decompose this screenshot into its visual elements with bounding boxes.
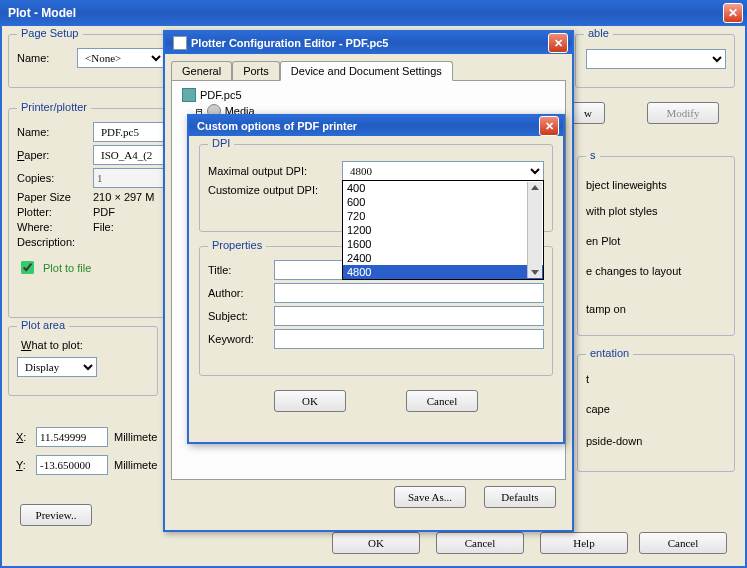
right-options-legend: s: [586, 149, 600, 161]
x-label: X:: [16, 431, 30, 443]
right-options-group: s bject lineweights with plot styles en …: [577, 156, 735, 336]
where-label: Where:: [17, 221, 87, 233]
keyword-label: Keyword:: [208, 333, 268, 345]
plot-titlebar: Plot - Model ✕: [0, 0, 747, 26]
orientation-group: entation t cape pside-down: [577, 354, 735, 472]
dpi-option-selected[interactable]: 4800: [343, 265, 543, 279]
able-legend: able: [584, 27, 613, 39]
printer-legend: Printer/plotter: [17, 101, 91, 113]
x-unit: Millimete: [114, 431, 157, 443]
author-label: Author:: [208, 287, 268, 299]
scrollbar[interactable]: [527, 182, 542, 278]
pce-titlebar: Plotter Configuration Editor - PDF.pc5 ✕: [165, 32, 572, 54]
orient-cape: cape: [586, 403, 610, 415]
pagesetup-name-label: Name:: [17, 52, 71, 64]
orient-upside: pside-down: [586, 435, 642, 447]
tab-general[interactable]: General: [171, 61, 232, 81]
pce-tabs: General Ports Device and Document Settin…: [171, 61, 566, 81]
printer-name-label: Name:: [17, 126, 87, 138]
paper-label: Paper:: [17, 149, 87, 161]
plot-to-file-label: Plot to file: [43, 262, 91, 274]
offset-block: X: Millimete Y: Millimete: [16, 424, 157, 478]
plot-help-button[interactable]: Help: [540, 532, 628, 554]
dpi-option[interactable]: 1200: [343, 223, 543, 237]
subject-input[interactable]: [274, 306, 544, 326]
plot-to-file-checkbox[interactable]: [21, 261, 34, 274]
pce-title: Plotter Configuration Editor - PDF.pc5: [191, 37, 548, 49]
cop-cancel-button[interactable]: Cancel: [406, 390, 478, 412]
pce-close-icon[interactable]: ✕: [548, 33, 568, 53]
copies-label: Copies:: [17, 172, 87, 184]
cop-titlebar: Custom options of PDF printer ✕: [189, 116, 563, 136]
plotstyles-text: with plot styles: [586, 205, 658, 217]
cust-dpi-label: Customize output DPI:: [208, 184, 336, 196]
saveas-button[interactable]: Save As...: [394, 486, 466, 508]
max-dpi-combo[interactable]: 4800: [342, 161, 544, 181]
dpi-option[interactable]: 600: [343, 195, 543, 209]
max-dpi-label: Maximal output DPI:: [208, 165, 336, 177]
pagesetup-name-combo[interactable]: <None>: [77, 48, 165, 68]
where-value: File:: [93, 221, 114, 233]
subject-label: Subject:: [208, 310, 268, 322]
properties-legend: Properties: [208, 239, 266, 251]
tab-device[interactable]: Device and Document Settings: [280, 61, 453, 81]
cop-close-icon[interactable]: ✕: [539, 116, 559, 136]
plot-title: Plot - Model: [8, 6, 723, 20]
cop-ok-button[interactable]: OK: [274, 390, 346, 412]
w-button[interactable]: w: [571, 102, 605, 124]
plot-cancel-right-button[interactable]: Cancel: [639, 532, 727, 554]
plot-ok-button[interactable]: OK: [332, 532, 420, 554]
right-top-group: able: [575, 34, 735, 88]
plot-area-legend: Plot area: [17, 319, 69, 331]
y-label: Y:: [16, 459, 30, 471]
tree-root[interactable]: PDF.pc5: [178, 87, 559, 103]
dpi-option[interactable]: 1600: [343, 237, 543, 251]
description-label: Description:: [17, 236, 87, 248]
title-label: Title:: [208, 264, 268, 276]
custom-options-dialog: Custom options of PDF printer ✕ DPI Maxi…: [187, 114, 565, 444]
page-setup-legend: Page Setup: [17, 27, 83, 39]
x-input[interactable]: [36, 427, 108, 447]
papersize-label: Paper Size: [17, 191, 87, 203]
defaults-button[interactable]: Defaults: [484, 486, 556, 508]
enplot-text: en Plot: [586, 235, 620, 247]
dpi-group: DPI Maximal output DPI: 4800 400 600 720…: [199, 144, 553, 232]
dpi-option[interactable]: 720: [343, 209, 543, 223]
y-input[interactable]: [36, 455, 108, 475]
y-unit: Millimete: [114, 459, 157, 471]
dpi-option[interactable]: 400: [343, 181, 543, 195]
printer-icon: [173, 36, 187, 50]
changes-text: e changes to layout: [586, 265, 681, 277]
dpi-option[interactable]: 2400: [343, 251, 543, 265]
orientation-legend: entation: [586, 347, 633, 359]
plotter-value: PDF: [93, 206, 115, 218]
tree-root-label: PDF.pc5: [200, 89, 242, 101]
plot-area-group: Plot area What to plot: Display: [8, 326, 158, 396]
tamp-text: tamp on: [586, 303, 626, 315]
lineweights-text: bject lineweights: [586, 179, 667, 191]
papersize-value: 210 × 297 M: [93, 191, 154, 203]
cop-title: Custom options of PDF printer: [197, 120, 539, 132]
plot-cancel-button[interactable]: Cancel: [436, 532, 524, 554]
keyword-input[interactable]: [274, 329, 544, 349]
author-input[interactable]: [274, 283, 544, 303]
main-bottom-buttons: OK Cancel Help: [332, 532, 628, 554]
what-to-plot-label: What to plot:: [21, 339, 149, 351]
tab-ports[interactable]: Ports: [232, 61, 280, 81]
dpi-legend: DPI: [208, 137, 234, 149]
right-top-combo[interactable]: [586, 49, 726, 69]
dpi-dropdown-list[interactable]: 400 600 720 1200 1600 2400 4800: [342, 180, 544, 280]
orient-t: t: [586, 373, 589, 385]
close-icon[interactable]: ✕: [723, 3, 743, 23]
printer-tree-icon: [182, 88, 196, 102]
what-to-plot-combo[interactable]: Display: [17, 357, 97, 377]
modify-button: Modify: [647, 102, 719, 124]
plotter-label: Plotter:: [17, 206, 87, 218]
preview-button[interactable]: Preview..: [20, 504, 92, 526]
